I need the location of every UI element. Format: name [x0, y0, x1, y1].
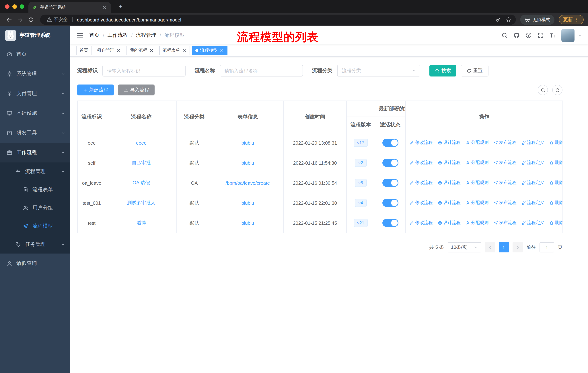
action-publish-link[interactable]: 发布流程 — [494, 200, 516, 206]
version-tag[interactable]: v21 — [354, 219, 368, 227]
action-design-link[interactable]: 设计流程 — [438, 200, 461, 206]
import-process-button[interactable]: 导入流程 — [118, 84, 155, 95]
url-text[interactable]: dashboard.yudao.iocoder.cn/bpm/manager/m… — [77, 17, 494, 22]
tag-home[interactable]: 首页 — [76, 46, 92, 55]
action-definition-link[interactable]: 流程定义 — [522, 140, 545, 146]
action-edit-link[interactable]: 修改流程 — [410, 220, 433, 226]
security-status[interactable]: 不安全 — [44, 16, 68, 23]
sidebar-item-home[interactable]: 首页 — [0, 44, 70, 64]
process-id-input[interactable] — [102, 65, 186, 77]
action-assign-link[interactable]: 分配规则 — [466, 200, 489, 206]
active-toggle[interactable] — [382, 159, 398, 167]
sidebar-item-infrastructure[interactable]: 基础设施 — [0, 103, 70, 123]
prev-page-button[interactable] — [485, 242, 495, 252]
browser-tab[interactable]: 芋道管理系统 — [28, 2, 111, 13]
version-tag[interactable]: v2 — [355, 159, 367, 167]
sidebar-item-payment-management[interactable]: 支付管理 — [0, 84, 70, 103]
sidebar-item-system-management[interactable]: 系统管理 — [0, 64, 70, 84]
breadcrumb-item[interactable]: 流程管理 — [136, 32, 156, 39]
address-bar[interactable]: 不安全 dashboard.yudao.iocoder.cn/bpm/manag… — [40, 15, 516, 25]
version-tag[interactable]: v17 — [354, 139, 368, 147]
process-name-link[interactable]: OA 请假 — [133, 180, 150, 185]
form-link[interactable]: biubiu — [241, 160, 254, 166]
zoom-window-button[interactable] — [20, 4, 24, 9]
action-delete-link[interactable]: 删除 — [549, 220, 563, 226]
action-design-link[interactable]: 设计流程 — [438, 220, 461, 226]
process-name-link[interactable]: 滔博 — [136, 220, 146, 225]
action-edit-link[interactable]: 修改流程 — [410, 140, 433, 146]
action-assign-link[interactable]: 分配规则 — [466, 220, 489, 226]
active-toggle[interactable] — [382, 219, 398, 227]
reload-button[interactable] — [26, 15, 36, 24]
tag-my-process[interactable]: 我的流程 — [126, 46, 157, 55]
browser-update-button[interactable]: 更新 — [559, 15, 584, 24]
sidebar-item-process-form[interactable]: 流程表单 — [0, 181, 70, 199]
version-tag[interactable]: v5 — [355, 179, 367, 187]
action-delete-link[interactable]: 删除 — [549, 140, 563, 146]
new-tab-button[interactable]: + — [117, 2, 125, 10]
form-link[interactable]: biubiu — [241, 140, 254, 146]
breadcrumb-item[interactable]: 首页 — [89, 32, 100, 39]
process-category-select[interactable]: 流程分类 — [337, 65, 420, 77]
close-icon[interactable] — [220, 48, 224, 53]
close-window-button[interactable] — [5, 4, 10, 9]
action-design-link[interactable]: 设计流程 — [438, 180, 461, 186]
caret-down-icon[interactable] — [578, 33, 582, 38]
process-name-input[interactable] — [220, 65, 303, 77]
help-icon[interactable] — [525, 32, 532, 39]
toggle-search-button[interactable] — [538, 85, 548, 95]
tab-close-icon[interactable] — [102, 5, 107, 10]
close-icon[interactable] — [149, 48, 154, 53]
next-page-button[interactable] — [513, 242, 523, 252]
font-size-icon[interactable] — [549, 32, 556, 39]
sidebar-item-process-management[interactable]: 流程管理 — [0, 162, 70, 181]
action-edit-link[interactable]: 修改流程 — [410, 160, 433, 166]
sidebar-item-task-management[interactable]: 任务管理 — [0, 235, 70, 253]
action-assign-link[interactable]: 分配规则 — [466, 180, 489, 186]
form-link[interactable]: /bpm/oa/leave/create — [226, 180, 270, 186]
process-name-link[interactable]: 测试多审批人 — [127, 200, 156, 205]
browser-menu-icon[interactable] — [574, 17, 579, 22]
close-icon[interactable] — [116, 48, 121, 53]
action-publish-link[interactable]: 发布流程 — [494, 140, 516, 146]
github-icon[interactable] — [513, 32, 520, 39]
sidebar-item-workflow[interactable]: 工作流程 — [0, 143, 70, 162]
minimize-window-button[interactable] — [12, 4, 17, 9]
form-link[interactable]: biubiu — [241, 220, 254, 226]
fullscreen-icon[interactable] — [537, 32, 544, 39]
forward-button[interactable] — [15, 15, 25, 24]
back-button[interactable] — [4, 15, 14, 24]
process-name-link[interactable]: 自己审批 — [132, 160, 151, 165]
action-publish-link[interactable]: 发布流程 — [494, 160, 516, 166]
action-design-link[interactable]: 设计流程 — [438, 140, 461, 146]
app-logo[interactable]: 芋道管理系统 — [0, 26, 70, 44]
process-name-link[interactable]: eeee — [136, 140, 147, 146]
action-definition-link[interactable]: 流程定义 — [522, 160, 545, 166]
password-key-icon[interactable] — [495, 17, 501, 23]
sidebar-item-process-model[interactable]: 流程模型 — [0, 217, 70, 235]
user-avatar[interactable] — [561, 29, 575, 42]
create-process-button[interactable]: 新建流程 — [77, 84, 114, 95]
action-edit-link[interactable]: 修改流程 — [410, 180, 433, 186]
reset-button[interactable]: 重置 — [461, 65, 488, 77]
search-button[interactable]: 搜索 — [430, 65, 456, 77]
version-tag[interactable]: v4 — [355, 199, 367, 207]
active-toggle[interactable] — [382, 199, 398, 207]
action-publish-link[interactable]: 发布流程 — [494, 220, 516, 226]
action-definition-link[interactable]: 流程定义 — [522, 180, 545, 186]
tag-tenant-management[interactable]: 租户管理 — [94, 46, 124, 55]
action-publish-link[interactable]: 发布流程 — [494, 180, 516, 186]
active-toggle[interactable] — [382, 139, 398, 147]
active-toggle[interactable] — [382, 179, 398, 187]
search-icon[interactable] — [501, 32, 508, 39]
sidebar-item-devtools[interactable]: 研发工具 — [0, 123, 70, 143]
goto-page-input[interactable] — [539, 242, 554, 252]
page-number-button[interactable]: 1 — [499, 242, 509, 252]
action-definition-link[interactable]: 流程定义 — [522, 200, 545, 206]
breadcrumb-item[interactable]: 工作流程 — [107, 32, 128, 39]
form-link[interactable]: biubiu — [241, 200, 254, 206]
action-edit-link[interactable]: 修改流程 — [410, 200, 433, 206]
sidebar-item-user-group[interactable]: 用户分组 — [0, 199, 70, 217]
bookmark-star-icon[interactable] — [506, 17, 511, 23]
action-design-link[interactable]: 设计流程 — [438, 160, 461, 166]
